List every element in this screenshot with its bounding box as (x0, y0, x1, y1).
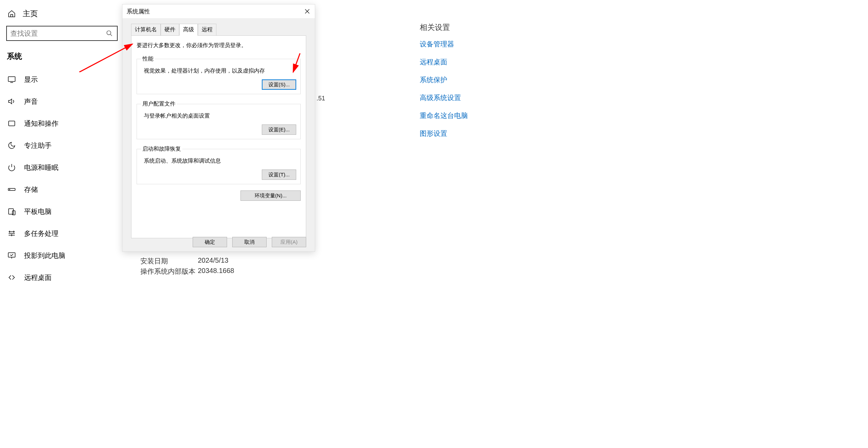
admin-note: 要进行大多数更改，你必须作为管理员登录。 (137, 42, 301, 49)
dialog-tabs: 计算机名 硬件 高级 远程 (131, 23, 306, 35)
close-icon (305, 9, 310, 14)
section-label: 系统 (0, 41, 124, 68)
nav-label: 投影到此电脑 (24, 251, 65, 260)
link-device-manager[interactable]: 设备管理器 (420, 40, 468, 49)
multitask-icon (7, 229, 17, 238)
notification-icon (7, 119, 17, 128)
nav-focus-assist[interactable]: 专注助手 (0, 134, 124, 156)
ok-button[interactable]: 确定 (193, 237, 227, 247)
tablet-icon (7, 207, 17, 216)
link-system-protection[interactable]: 系统保护 (420, 75, 468, 85)
svg-point-0 (107, 31, 111, 35)
cancel-button[interactable]: 取消 (232, 237, 267, 247)
svg-rect-2 (9, 121, 15, 126)
nav-label: 显示 (24, 75, 38, 84)
group-boot-legend: 启动和故障恢复 (141, 145, 182, 153)
svg-rect-1 (8, 77, 15, 81)
moon-icon (7, 141, 17, 150)
nav-notifications[interactable]: 通知和操作 (0, 112, 124, 134)
search-input[interactable] (10, 30, 105, 37)
nav-label: 通知和操作 (24, 119, 58, 128)
search-box[interactable] (6, 26, 118, 41)
bg-version-fragment: .51 (317, 95, 325, 102)
env-vars-button[interactable]: 环境变量(N)... (240, 190, 301, 201)
nav-label: 平板电脑 (24, 207, 52, 216)
nav-multitasking[interactable]: 多任务处理 (0, 222, 124, 244)
related-settings: 相关设置 设备管理器 远程桌面 系统保护 高级系统设置 重命名这台电脑 图形设置 (420, 22, 468, 147)
nav-remote-desktop[interactable]: 远程桌面 (0, 266, 124, 288)
dialog-titlebar[interactable]: 系统属性 (122, 4, 315, 18)
related-title: 相关设置 (420, 22, 468, 33)
group-user-legend: 用户配置文件 (141, 100, 177, 108)
nav-display[interactable]: 显示 (0, 68, 124, 90)
group-startup-recovery: 启动和故障恢复 系统启动、系统故障和调试信息 设置(T)... (137, 145, 301, 184)
apply-button[interactable]: 应用(A) (272, 237, 306, 247)
svg-rect-7 (8, 253, 15, 257)
startup-settings-button[interactable]: 设置(T)... (262, 170, 296, 180)
link-graphics[interactable]: 图形设置 (420, 129, 468, 138)
link-advanced-system[interactable]: 高级系统设置 (420, 93, 468, 102)
link-remote-desktop[interactable]: 远程桌面 (420, 57, 468, 67)
home-button[interactable]: 主页 (0, 0, 124, 26)
nav-storage[interactable]: 存储 (0, 178, 124, 200)
os-build-label: 操作系统内部版本 (140, 267, 195, 276)
power-icon (7, 163, 17, 172)
project-icon (7, 251, 17, 260)
link-rename-pc[interactable]: 重命名这台电脑 (420, 111, 468, 120)
nav-sound[interactable]: 声音 (0, 90, 124, 112)
install-date-value: 2024/5/13 (198, 256, 228, 264)
tab-remote[interactable]: 远程 (198, 24, 216, 36)
tab-advanced[interactable]: 高级 (179, 24, 198, 36)
dialog-footer: 确定 取消 应用(A) (193, 237, 306, 247)
nav-label: 声音 (24, 97, 38, 106)
group-performance-legend: 性能 (141, 55, 155, 63)
group-performance-desc: 视觉效果，处理器计划，内存使用，以及虚拟内存 (144, 67, 296, 75)
svg-rect-5 (9, 209, 13, 214)
tab-hardware[interactable]: 硬件 (161, 24, 179, 36)
display-icon (7, 75, 17, 84)
sound-icon (7, 97, 17, 106)
nav-label: 多任务处理 (24, 229, 58, 238)
home-icon (7, 9, 17, 19)
nav-label: 电源和睡眠 (24, 163, 58, 172)
nav-label: 存储 (24, 185, 38, 194)
close-button[interactable] (300, 4, 315, 18)
remote-icon (7, 273, 17, 282)
home-label: 主页 (23, 9, 38, 19)
storage-icon (7, 185, 17, 194)
tab-computer-name[interactable]: 计算机名 (131, 24, 161, 36)
nav-tablet[interactable]: 平板电脑 (0, 200, 124, 222)
os-build-value: 20348.1668 (198, 267, 234, 275)
nav-power-sleep[interactable]: 电源和睡眠 (0, 156, 124, 178)
group-boot-desc: 系统启动、系统故障和调试信息 (144, 157, 296, 165)
group-user-profile: 用户配置文件 与登录帐户相关的桌面设置 设置(E)... (137, 100, 301, 139)
group-performance: 性能 视觉效果，处理器计划，内存使用，以及虚拟内存 设置(S)... (137, 55, 301, 94)
nav-project[interactable]: 投影到此电脑 (0, 244, 124, 266)
user-profile-settings-button[interactable]: 设置(E)... (262, 124, 296, 135)
settings-sidebar: 主页 系统 显示 声音 通知和操作 专注助手 电源和睡眠 存储 平板电脑 (0, 0, 124, 448)
install-date-label: 安装日期 (140, 256, 168, 266)
group-user-desc: 与登录帐户相关的桌面设置 (144, 112, 296, 120)
svg-point-4 (9, 189, 10, 190)
system-properties-dialog: 系统属性 计算机名 硬件 高级 远程 要进行大多数更改，你必须作为管理员登录。 … (122, 4, 315, 252)
performance-settings-button[interactable]: 设置(S)... (262, 79, 296, 90)
dialog-title: 系统属性 (127, 8, 300, 15)
nav-label: 远程桌面 (24, 273, 52, 282)
search-icon (105, 29, 114, 37)
tab-content-advanced: 要进行大多数更改，你必须作为管理员登录。 性能 视觉效果，处理器计划，内存使用，… (131, 35, 306, 238)
nav-label: 专注助手 (24, 141, 52, 150)
